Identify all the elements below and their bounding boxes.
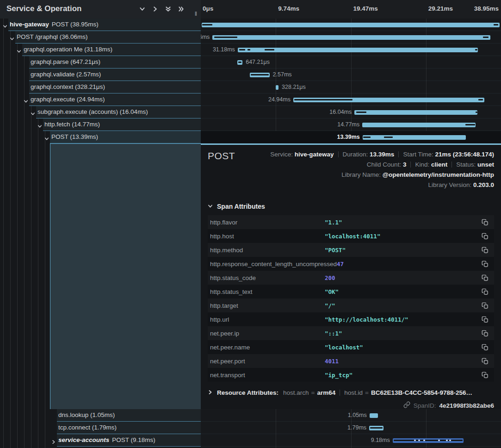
gantt-row-service-accounts-post[interactable]: 9.18ms bbox=[201, 434, 501, 447]
timeline-tick: 0μs bbox=[203, 5, 213, 12]
timeline-header: 0μs9.74ms19.47ms29.21ms38.95ms bbox=[201, 0, 501, 19]
copy-icon[interactable] bbox=[480, 261, 494, 268]
tree-row-http-fetch[interactable]: http.fetch (14.77ms) bbox=[0, 118, 201, 131]
gantt-row-hive-gateway-post[interactable] bbox=[201, 19, 501, 31]
overview-line: Library Version: 0.203.0 bbox=[208, 180, 494, 190]
gantt-row-graphql-execute[interactable]: 24.94ms bbox=[201, 93, 501, 106]
child-span-segment bbox=[475, 49, 478, 50]
tree-row-hive-gateway-post[interactable]: hive-gatewayPOST (38.95ms) bbox=[0, 19, 201, 31]
gantt-row-graphql-parse[interactable]: 647.21μs bbox=[201, 56, 501, 68]
tree-row-tcp-connect[interactable]: tcp.connect (1.79ms) bbox=[0, 422, 201, 434]
operation-name: graphql.context (328.21μs) bbox=[31, 83, 105, 90]
child-span-segment bbox=[476, 112, 477, 113]
span-bar[interactable] bbox=[363, 135, 466, 140]
copy-icon[interactable] bbox=[480, 344, 494, 351]
tree-header: Service & Operation ‖ bbox=[0, 0, 201, 19]
tree-row-service-accounts-post[interactable]: service-accountsPOST (9.18ms) bbox=[0, 434, 201, 447]
tree-row-dns-lookup[interactable]: dns.lookup (1.05ms) bbox=[0, 409, 201, 422]
attribute-row: net.peer.port4011 bbox=[208, 354, 494, 368]
chevron-down-icon[interactable] bbox=[17, 47, 21, 56]
chevron-down-icon[interactable] bbox=[44, 135, 49, 143]
tree-row-post-selected[interactable]: POST (13.39ms) bbox=[0, 131, 201, 143]
span-title: POST bbox=[208, 150, 235, 162]
span-name-label: graphql.operation Me (31.18ms) bbox=[24, 44, 112, 56]
gantt-row-dns-lookup[interactable]: 1.05ms bbox=[201, 409, 501, 422]
span-name-label: graphql.context (328.21μs) bbox=[31, 81, 105, 93]
gantt-row-graphql-validate[interactable]: 2.57ms bbox=[201, 68, 501, 81]
link-icon[interactable] bbox=[403, 401, 410, 410]
chevron-down-icon[interactable] bbox=[10, 35, 14, 43]
span-attributes-section-header[interactable]: Span Attributes bbox=[208, 202, 494, 211]
attribute-value: "POST" bbox=[325, 247, 480, 254]
copy-icon[interactable] bbox=[480, 233, 494, 240]
tree-row-graphql-operation-me[interactable]: graphql.operation Me (31.18ms) bbox=[0, 44, 201, 56]
copy-icon[interactable] bbox=[480, 219, 494, 226]
gantt-bottom-rows: 1.05ms1.79ms9.18ms bbox=[201, 409, 501, 447]
resource-attributes-row[interactable]: Resource Attributes: host.arch=arm64host… bbox=[208, 389, 494, 396]
span-name-label: tcp.connect (1.79ms) bbox=[58, 422, 117, 434]
span-attributes-title: Span Attributes bbox=[217, 203, 265, 210]
span-bar[interactable] bbox=[354, 110, 477, 115]
span-bar[interactable] bbox=[276, 85, 278, 90]
gantt-row-post-selected[interactable]: 13.39ms bbox=[201, 131, 501, 143]
chevron-right-icon[interactable] bbox=[152, 6, 158, 12]
copy-icon[interactable] bbox=[480, 274, 494, 281]
overview-field-value: client bbox=[431, 161, 447, 168]
chevron-down-icon[interactable] bbox=[37, 122, 42, 131]
span-name-label: POST (13.39ms) bbox=[51, 131, 98, 143]
chevron-down-icon[interactable] bbox=[31, 110, 35, 118]
timeline-tick: 38.95ms bbox=[474, 5, 499, 12]
equals-sign: = bbox=[365, 389, 369, 396]
child-span-segment bbox=[363, 137, 371, 138]
chevron-down-icon[interactable] bbox=[24, 97, 28, 106]
attribute-row: http.status_text"OK" bbox=[208, 285, 494, 299]
span-name-label: http.fetch (14.77ms) bbox=[44, 118, 100, 131]
child-span-marker bbox=[418, 440, 420, 441]
gantt-row-tcp-connect[interactable]: 1.79ms bbox=[201, 422, 501, 434]
attribute-row: http.host"localhost:4011" bbox=[208, 229, 494, 243]
attribute-key: net.peer.ip bbox=[208, 330, 325, 337]
gantt-row-http-fetch[interactable]: 14.77ms bbox=[201, 118, 501, 131]
copy-icon[interactable] bbox=[480, 372, 494, 379]
child-span-segment bbox=[239, 49, 245, 50]
span-bar[interactable] bbox=[370, 413, 378, 418]
attribute-row: http.url"http://localhost:4011/" bbox=[208, 312, 494, 326]
tree-row-graphql-parse[interactable]: graphql.parse (647.21μs) bbox=[0, 56, 201, 68]
chevron-down-icon[interactable] bbox=[3, 22, 7, 31]
gantt-row-post-graphql[interactable]: 36.06ms bbox=[201, 31, 501, 44]
tree-row-graphql-execute[interactable]: graphql.execute (24.94ms) bbox=[0, 93, 201, 106]
tree-row-post-graphql[interactable]: POST /graphql (36.06ms) bbox=[0, 31, 201, 44]
tree-row-graphql-context[interactable]: graphql.context (328.21μs) bbox=[0, 81, 201, 93]
duration-label: 1.05ms bbox=[348, 409, 367, 422]
chevron-down-icon[interactable] bbox=[139, 6, 145, 12]
tree-row-subgraph-execute-accounts[interactable]: subgraph.execute (accounts) (16.04ms) bbox=[0, 106, 201, 118]
copy-icon[interactable] bbox=[480, 302, 494, 309]
span-bar[interactable] bbox=[362, 123, 476, 127]
gantt-row-subgraph-execute-accounts[interactable]: 16.04ms bbox=[201, 106, 501, 118]
chevron-right-icon[interactable] bbox=[51, 438, 56, 446]
tree-row-graphql-validate[interactable]: graphql.validate (2.57ms) bbox=[0, 68, 201, 81]
copy-icon[interactable] bbox=[480, 247, 494, 254]
copy-icon[interactable] bbox=[480, 330, 494, 337]
overview-field-label: Library Version: bbox=[428, 181, 473, 188]
copy-icon[interactable] bbox=[480, 316, 494, 323]
column-resizer-handle[interactable]: ‖ bbox=[195, 10, 198, 17]
span-bar[interactable] bbox=[212, 35, 490, 40]
timeline-tick: 29.21ms bbox=[428, 5, 453, 12]
double-chevron-right-icon[interactable] bbox=[178, 6, 184, 12]
attribute-value: "1.1" bbox=[325, 219, 480, 226]
operation-name: graphql.operation Me (31.18ms) bbox=[24, 46, 112, 53]
gantt-row-graphql-operation-me[interactable]: 31.18ms bbox=[201, 44, 501, 56]
attribute-key: http.status_code bbox=[208, 274, 325, 281]
double-chevron-down-icon[interactable] bbox=[165, 6, 171, 12]
chevron-right-icon bbox=[208, 389, 213, 396]
attribute-row: http.status_code200 bbox=[208, 271, 494, 285]
child-span-segment bbox=[384, 137, 393, 138]
copy-icon[interactable] bbox=[480, 358, 494, 365]
gantt-row-graphql-context[interactable]: 328.21μs bbox=[201, 81, 501, 93]
copy-icon[interactable] bbox=[480, 288, 494, 295]
tree-bottom-rows: dns.lookup (1.05ms)tcp.connect (1.79ms)s… bbox=[0, 409, 201, 447]
span-tree: Service & Operation ‖ hive-gatewayPOST (… bbox=[0, 0, 201, 448]
span-bar[interactable] bbox=[202, 23, 500, 27]
attribute-key: http.flavor bbox=[208, 219, 325, 226]
